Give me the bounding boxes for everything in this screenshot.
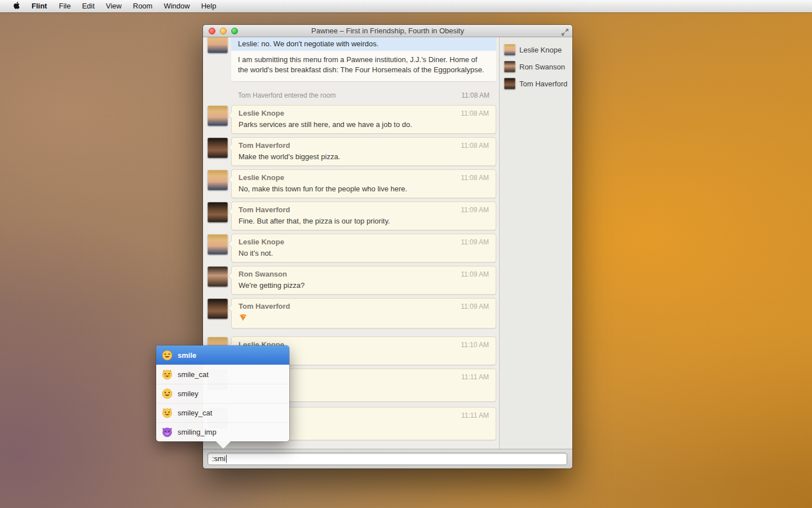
message-time: 11:11 AM: [461, 373, 489, 382]
message-author: Tom Haverford: [239, 205, 290, 214]
message-author: Tom Haverford: [239, 141, 290, 150]
autocomplete-item-smiley[interactable]: smiley: [156, 384, 289, 403]
message-time: 11:09 AM: [461, 238, 489, 247]
member-name: Tom Haverford: [519, 80, 567, 88]
message-text: Parks services are still here, and we ha…: [239, 120, 489, 129]
menu-flint[interactable]: Flint: [25, 0, 53, 12]
smiling-imp-emoji-icon: [162, 427, 173, 437]
message-bubble: Leslie Knope11:08 AM Parks services are …: [231, 105, 496, 134]
autocomplete-item-smiley-cat[interactable]: smiley_cat: [156, 403, 289, 422]
text-caret: [226, 455, 227, 463]
message-bubble: Tom Haverford11:09 AM: [231, 298, 496, 329]
menu-edit[interactable]: Edit: [76, 0, 100, 12]
message-text: [239, 313, 489, 324]
avatar-leslie: [208, 234, 228, 255]
menu-file[interactable]: File: [53, 0, 76, 12]
autocomplete-item-smile-cat[interactable]: smile_cat: [156, 365, 289, 384]
smile-cat-emoji-icon: [162, 369, 173, 380]
member-name: Leslie Knope: [519, 46, 562, 54]
message-group[interactable]: Leslie: no. We don't negotiate with weir…: [231, 37, 496, 81]
member-list: Leslie Knope Ron Swanson Tom Haverford: [499, 37, 572, 449]
message-author: Leslie Knope: [239, 109, 284, 118]
message-time: 11:10 AM: [461, 340, 489, 349]
window-title: Pawnee – First in Friendship, Fourth in …: [203, 25, 572, 37]
message-author: Leslie Knope: [239, 238, 284, 247]
avatar-tom: [208, 299, 228, 319]
avatar-tom: [504, 78, 515, 89]
member-row-tom[interactable]: Tom Haverford: [500, 75, 572, 92]
avatar-leslie: [208, 170, 228, 190]
message-time: 11:11 AM: [461, 411, 489, 420]
autocomplete-label: smiling_imp: [178, 428, 217, 436]
menu-view[interactable]: View: [100, 0, 127, 12]
message-text: I am submitting this menu from a Pawnee …: [231, 51, 496, 81]
fullscreen-icon[interactable]: [562, 28, 568, 34]
avatar-tom: [208, 138, 228, 158]
smiley-emoji-icon: [162, 388, 173, 399]
message-text: We're getting pizza?: [239, 281, 489, 290]
message-bubble: Ron Swanson11:09 AM We're getting pizza?: [231, 266, 496, 295]
message-time: 11:08 AM: [461, 109, 489, 118]
pizza-emoji-icon: [239, 315, 248, 323]
system-message-time: 11:08 AM: [461, 91, 489, 99]
member-name: Ron Swanson: [519, 63, 565, 71]
message-row[interactable]: Leslie Knope11:08 AM Parks services are …: [208, 105, 496, 134]
message-bubble: Tom Haverford11:09 AM Fine. But after th…: [231, 202, 496, 230]
autocomplete-item-smiling-imp[interactable]: smiling_imp: [156, 422, 289, 441]
avatar-leslie: [208, 37, 228, 53]
system-message: Tom Haverford entered the room 11:08 AM: [238, 91, 489, 99]
message-time: 11:08 AM: [461, 141, 489, 150]
autocomplete-label: smile: [178, 351, 196, 360]
member-row-ron[interactable]: Ron Swanson: [500, 58, 572, 75]
message-author: Tom Haverford: [239, 302, 290, 311]
message-time: 11:09 AM: [461, 270, 489, 279]
autocomplete-label: smiley: [178, 389, 198, 398]
avatar-ron: [504, 61, 515, 72]
message-bubble: Leslie Knope11:09 AM No it's not.: [231, 234, 496, 262]
message-text: No, make this town fun for the people wh…: [239, 184, 489, 194]
message-time: 11:09 AM: [461, 302, 489, 311]
avatar-leslie: [504, 44, 515, 55]
message-row[interactable]: Leslie Knope11:08 AM No, make this town …: [208, 169, 496, 198]
message-time: 11:08 AM: [461, 173, 489, 182]
message-input-value: :smi: [212, 453, 226, 465]
member-row-leslie[interactable]: Leslie Knope: [500, 41, 572, 58]
autocomplete-item-smile[interactable]: smile: [156, 345, 289, 365]
smile-emoji-icon: [162, 350, 173, 361]
menu-help[interactable]: Help: [196, 0, 222, 12]
message-row[interactable]: Tom Haverford11:09 AM: [208, 298, 496, 329]
message-author: Leslie Knope: [239, 173, 284, 182]
autocomplete-label: smile_cat: [178, 370, 209, 379]
message-bubble: Leslie Knope11:08 AM No, make this town …: [231, 169, 496, 198]
message-time: 11:09 AM: [461, 205, 489, 214]
emoji-autocomplete: smile smile_cat smiley smiley_cat smilin…: [156, 345, 289, 441]
avatar-ron: [208, 266, 228, 287]
message-text: Make the world's biggest pizza.: [239, 152, 489, 161]
popup-tail: [216, 441, 231, 449]
message-text: Fine. But after that, the pizza is our t…: [239, 216, 489, 226]
system-message-text: Tom Haverford entered the room: [238, 91, 336, 99]
menu-room[interactable]: Room: [127, 0, 158, 12]
apple-menu[interactable]: [8, 0, 25, 12]
message-row[interactable]: Ron Swanson11:09 AM We're getting pizza?: [208, 266, 496, 295]
message-bubble: Tom Haverford11:08 AM Make the world's b…: [231, 137, 496, 166]
menu-window[interactable]: Window: [158, 0, 195, 12]
window-titlebar[interactable]: Pawnee – First in Friendship, Fourth in …: [203, 25, 572, 37]
message-row[interactable]: Tom Haverford11:08 AM Make the world's b…: [208, 137, 496, 166]
desktop: Flint File Edit View Room Window Help Pa…: [0, 0, 812, 508]
message-row[interactable]: Leslie Knope11:09 AM No it's not.: [208, 234, 496, 262]
message-text: No it's not.: [239, 248, 489, 258]
apple-icon: [13, 1, 20, 11]
message-author: Ron Swanson: [239, 270, 287, 279]
selected-message[interactable]: Leslie: no. We don't negotiate with weir…: [231, 37, 496, 51]
avatar-leslie: [208, 106, 228, 126]
menu-bar: Flint File Edit View Room Window Help: [0, 0, 812, 12]
composer-bar: :smi: [203, 449, 572, 468]
message-row[interactable]: Tom Haverford11:09 AM Fine. But after th…: [208, 202, 496, 230]
message-input[interactable]: :smi: [208, 453, 567, 465]
avatar-tom: [208, 202, 228, 222]
autocomplete-label: smiley_cat: [178, 409, 212, 417]
smiley-cat-emoji-icon: [162, 408, 173, 418]
